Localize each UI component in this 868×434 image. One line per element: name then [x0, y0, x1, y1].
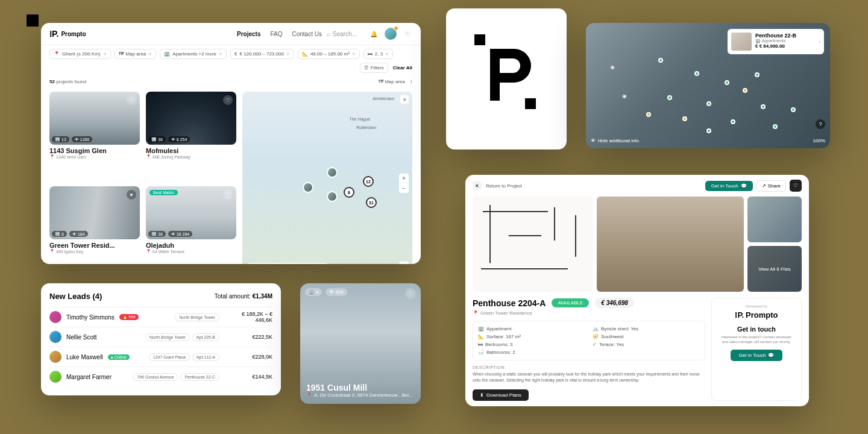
- unit-dot[interactable]: [743, 88, 747, 93]
- clear-icon[interactable]: ✕: [286, 52, 290, 57]
- floorplan-image[interactable]: [473, 197, 593, 292]
- map-area-toggle[interactable]: 🗺 Map area: [379, 79, 405, 84]
- lead-project-chip[interactable]: 796 Gosbul Avenue: [133, 373, 178, 381]
- zoom-in-button[interactable]: +: [399, 174, 409, 183]
- heart-icon[interactable]: ♡: [405, 288, 416, 299]
- project-card[interactable]: ♡ 🏢 13👁 1286 1143 Susgim Glen 📍1340 Vemi…: [49, 92, 140, 180]
- nav-faq[interactable]: FAQ: [270, 31, 282, 37]
- map-pin[interactable]: 12: [363, 176, 374, 187]
- unit-project[interactable]: 📍Green Tower Residence: [473, 310, 705, 316]
- filter-surface[interactable]: 📐48.00 – 185.00 m²✕: [298, 49, 360, 59]
- map-pin[interactable]: 31: [366, 197, 377, 208]
- share-icon: ↗: [762, 183, 766, 189]
- project-card[interactable]: ♥ 🏢 8👁 184 Green Tower Resid... 📍469 Igu…: [49, 186, 140, 264]
- listing-card-panel[interactable]: 🏢 4 👁 458 ♡ 1951 Cusul Mill 📍A. De Cocks…: [300, 283, 421, 404]
- unit-dot[interactable]: [773, 124, 778, 129]
- unit-thumb: [731, 33, 752, 51]
- unit-dot[interactable]: [725, 80, 729, 85]
- map-pin[interactable]: [327, 191, 338, 202]
- svg-rect-0: [474, 34, 485, 45]
- get-in-touch-button[interactable]: Get in Touch 💬: [731, 350, 783, 361]
- unit-dot[interactable]: [706, 128, 711, 133]
- clear-icon[interactable]: ✕: [103, 52, 107, 57]
- heart-icon[interactable]: ♡: [223, 95, 233, 105]
- filter-price[interactable]: €€ 120.000 – 723.000✕: [230, 49, 294, 59]
- clear-icon[interactable]: ✕: [148, 52, 152, 57]
- ruler-icon: 📐: [302, 51, 308, 57]
- gallery-thumb[interactable]: [747, 197, 802, 242]
- main-photo[interactable]: [597, 197, 744, 292]
- share-button[interactable]: ↗Share: [756, 180, 786, 192]
- description-text: When choosing a static caravan you will …: [473, 371, 705, 383]
- unit-tooltip[interactable]: Penthouse 22-B 🏢 Appartments € € 84,900.…: [728, 29, 824, 54]
- close-icon[interactable]: ✕: [400, 95, 409, 104]
- clear-icon[interactable]: ✕: [385, 52, 389, 57]
- hide-info-toggle[interactable]: 👁Hide additional info: [591, 138, 639, 143]
- nav-contact[interactable]: Contact Us: [292, 31, 322, 37]
- search-input[interactable]: ⌕ Search...: [327, 31, 357, 37]
- filter-map-area[interactable]: 🗺Map area✕: [115, 49, 157, 59]
- lead-unit-chip[interactable]: Apt.112-A: [192, 353, 219, 361]
- pin-icon: 📍: [49, 154, 55, 159]
- project-card[interactable]: ♡ 🏢 38👁 8 254 Mofmulesi 📍680 Jonnoj Park…: [146, 92, 236, 180]
- unit-dot[interactable]: [731, 119, 735, 124]
- expand-icon[interactable]: ⛶: [399, 262, 409, 264]
- lead-project-chip[interactable]: North Bridge Tower: [175, 313, 219, 321]
- building-3d-panel[interactable]: Penthouse 22-B 🏢 Appartments € € 84,900.…: [586, 23, 830, 148]
- lead-project-chip[interactable]: 1247 Gueri Plaza: [149, 353, 190, 361]
- unit-dot[interactable]: [658, 58, 663, 63]
- help-icon[interactable]: ?: [816, 119, 825, 129]
- nav-projects[interactable]: Projects: [237, 31, 260, 37]
- lead-row[interactable]: Margaret Farmer 796 Gosbul AvenuePenthou…: [49, 366, 272, 386]
- unit-dot[interactable]: [694, 71, 699, 76]
- lead-unit-chip[interactable]: Penthouse 22-C: [180, 373, 219, 381]
- sort-icon[interactable]: ↕: [410, 79, 412, 84]
- filter-type[interactable]: 🏢Apartments +2 more✕: [160, 49, 227, 59]
- unit-dot[interactable]: [610, 65, 615, 70]
- view-all-files[interactable]: View All 8 Files: [747, 246, 802, 292]
- map-pin[interactable]: [327, 167, 338, 178]
- avatar: [49, 311, 61, 323]
- lead-row[interactable]: Nellie Scott North Bridge TowerApt 225-B…: [49, 327, 272, 347]
- heart-icon[interactable]: ♥: [127, 190, 136, 200]
- download-plans-button[interactable]: ⬇Download Plans: [473, 389, 529, 401]
- map-pin[interactable]: [303, 182, 313, 193]
- clear-icon[interactable]: ✕: [219, 52, 222, 57]
- lead-project-chip[interactable]: North Bridge Tower: [145, 333, 190, 341]
- brand-logo[interactable]: ⁞P. Prompto: [49, 29, 86, 39]
- favorite-button[interactable]: ♡: [790, 180, 802, 192]
- svg-rect-1: [525, 98, 536, 109]
- unit-dot[interactable]: [706, 101, 711, 106]
- unit-dot[interactable]: [755, 72, 760, 77]
- lead-row[interactable]: Luke Maxwell ● Online 1247 Gueri PlazaAp…: [49, 347, 272, 366]
- filters-button[interactable]: ☰Filters: [360, 63, 388, 73]
- avatar-badge: [394, 26, 398, 31]
- map-update-note[interactable]: ↻Update the list according to the map: [246, 263, 329, 264]
- logo-mark-icon: ⁞P.: [735, 310, 744, 319]
- heart-icon[interactable]: ♡: [223, 190, 233, 200]
- unit-dot[interactable]: [761, 104, 766, 109]
- pin-icon: 📍: [473, 310, 479, 316]
- close-icon[interactable]: ✕: [473, 181, 481, 190]
- unit-dot[interactable]: [791, 107, 796, 112]
- unit-dot[interactable]: [622, 94, 627, 99]
- get-in-touch-button[interactable]: Get in Touch 💬: [705, 181, 753, 191]
- clear-all-button[interactable]: Clear All: [393, 65, 412, 71]
- filter-beds[interactable]: 🛏2, 3✕: [363, 49, 393, 59]
- lead-unit-chip[interactable]: Apt 225-B: [192, 333, 219, 341]
- back-link[interactable]: Return to Project: [486, 183, 522, 189]
- zoom-out-button[interactable]: −: [399, 183, 409, 193]
- clear-icon[interactable]: ✕: [352, 52, 356, 57]
- notifications-icon[interactable]: 🔔: [369, 29, 379, 39]
- heart-icon[interactable]: ♡: [127, 95, 136, 105]
- lead-row[interactable]: Timothy Simmons 🔥 Hot North Bridge Tower…: [49, 307, 272, 327]
- map-pin[interactable]: 8: [344, 187, 354, 198]
- project-card[interactable]: Best Match ♡ 🏢 38👁 38 284 Olejaduh 📍64 W…: [146, 186, 236, 264]
- unit-dot[interactable]: [667, 95, 672, 100]
- filter-location[interactable]: 📍Ghent (± 200 Km)✕: [49, 49, 111, 59]
- map-view[interactable]: ✕ Amsterdam The Hague Rotterdam 12 8 31 …: [242, 92, 412, 264]
- favorites-icon[interactable]: ♡: [403, 29, 412, 39]
- user-avatar[interactable]: [385, 28, 397, 40]
- unit-dot[interactable]: [646, 112, 651, 117]
- unit-dot[interactable]: [682, 116, 687, 121]
